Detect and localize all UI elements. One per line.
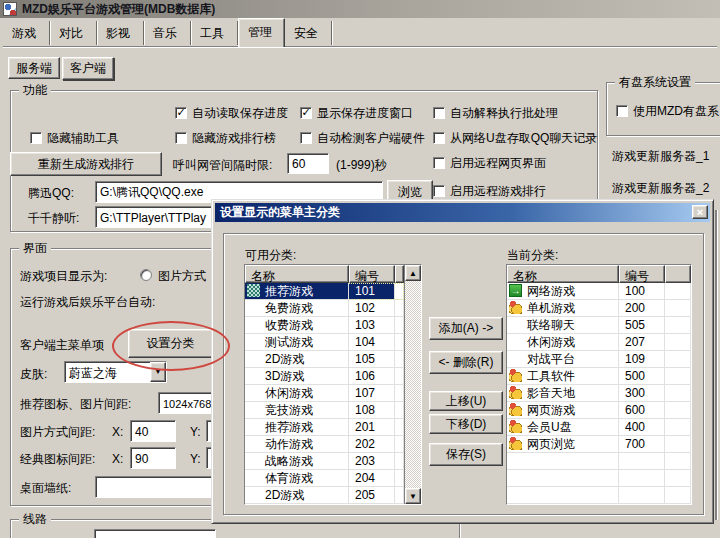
available-category-row[interactable]: 休闲游戏107	[245, 385, 404, 402]
sub-tab-2[interactable]: 客户端	[62, 57, 114, 80]
available-category-row[interactable]: 免费游戏102	[245, 300, 404, 317]
cell-cname: 休闲游戏	[245, 385, 349, 402]
checkbox-auto-read-progress[interactable]: ✓ 自动读取保存进度	[175, 106, 288, 120]
available-category-row[interactable]: 竞技游戏108	[245, 402, 404, 419]
list-header: 名称 编号	[507, 265, 691, 283]
current-category-row[interactable]: 影音天地300	[507, 385, 691, 402]
available-category-row[interactable]: 2D游戏205	[245, 487, 404, 504]
checkbox-show-progress-window[interactable]: ✓ 显示保存进度窗口	[300, 106, 413, 120]
group-disk-title: 有盘系统设置	[615, 75, 695, 89]
group-line-title: 线路	[19, 512, 51, 526]
available-category-row[interactable]: 测试游戏104	[245, 334, 404, 351]
column-header-id[interactable]: 编号	[619, 265, 665, 283]
remove-button[interactable]: <- 删除(R)	[429, 351, 503, 374]
checkbox-remote-rank[interactable]: 启用远程游戏排行	[433, 184, 546, 198]
cell-cid	[619, 487, 665, 504]
available-category-row[interactable]: 收费游戏103	[245, 317, 404, 334]
move-up-button[interactable]: 上移(U)	[429, 391, 503, 411]
joystick-icon	[509, 386, 522, 399]
cell-cfill	[395, 351, 404, 368]
checkbox-remote-web[interactable]: 启用远程网页界面	[433, 156, 546, 170]
available-category-row[interactable]: 2D游戏105	[245, 351, 404, 368]
available-category-row[interactable]: 动作游戏202	[245, 436, 404, 453]
available-categories-label: 可用分类:	[245, 248, 296, 262]
available-category-row[interactable]: 3D游戏106	[245, 368, 404, 385]
menu-tabs: 游戏对比影视音乐工具管理安全	[3, 21, 717, 47]
cell-cname: 休闲游戏	[507, 334, 619, 351]
column-header-id[interactable]: 编号	[349, 265, 395, 283]
classic-x-label: X:	[112, 452, 123, 466]
current-category-row[interactable]: 对战平台109	[507, 351, 691, 368]
menu-tab-7[interactable]: 安全	[285, 21, 332, 45]
list-header: 名称 编号	[245, 265, 404, 283]
checkbox-detect-hardware[interactable]: 自动检测客户端硬件	[300, 131, 425, 145]
group-functions-title: 功能	[19, 83, 51, 97]
interval-suffix: (1-999)秒	[336, 158, 387, 172]
cell-cfill	[665, 351, 691, 368]
checkbox-qq-udisk[interactable]: 从网络U盘存取QQ聊天记录	[433, 131, 597, 145]
dialog-titlebar[interactable]: 设置显示的菜单主分类 ×	[215, 203, 710, 222]
cell-cfill	[395, 419, 404, 436]
interval-label: 呼叫网管间隔时限:	[173, 158, 272, 172]
current-categories-list[interactable]: 名称 编号 →网络游戏100单机游戏200联络聊天505休闲游戏207对战平台1…	[506, 264, 692, 505]
menu-tab-5[interactable]: 工具	[191, 21, 238, 45]
current-category-row[interactable]: 联络聊天505	[507, 317, 691, 334]
menu-tab-4[interactable]: 音乐	[144, 21, 191, 45]
current-category-row[interactable]: 网页浏览700	[507, 436, 691, 453]
scroll-down-icon[interactable]: ▼	[405, 488, 421, 504]
cell-cfill	[665, 385, 691, 402]
move-down-button[interactable]: 下移(D)	[429, 414, 503, 434]
cell-cname: 影音天地	[507, 385, 619, 402]
pic-x-input[interactable]	[130, 420, 176, 442]
cell-cfill	[665, 470, 691, 487]
checkbox-hide-rank[interactable]: 隐藏游戏排行榜	[175, 131, 276, 145]
scroll-up-icon[interactable]: ▲	[405, 265, 421, 281]
cell-cid: 101	[349, 283, 395, 300]
menu-tab-2[interactable]: 对比	[50, 21, 97, 45]
column-header-name[interactable]: 名称	[245, 265, 349, 283]
available-category-row[interactable]: 推荐游戏201	[245, 419, 404, 436]
add-button[interactable]: 添加(A) ->	[429, 317, 503, 340]
menu-tab-6[interactable]: 管理	[238, 18, 285, 47]
checkbox-auto-batch[interactable]: 自动解释执行批处理	[433, 106, 558, 120]
checkbox-box	[616, 105, 628, 117]
column-header-filler	[395, 265, 404, 283]
current-category-row[interactable]: 会员U盘400	[507, 419, 691, 436]
cell-cfill	[665, 419, 691, 436]
cell-cid: 203	[349, 453, 395, 470]
current-category-row[interactable]: 工具软件500	[507, 368, 691, 385]
checkbox-box	[175, 132, 187, 144]
available-category-row[interactable]: 战略游戏203	[245, 453, 404, 470]
current-category-row[interactable]: 休闲游戏207	[507, 334, 691, 351]
wallpaper-input[interactable]	[95, 476, 230, 498]
classic-x-input[interactable]	[130, 447, 176, 469]
interval-input[interactable]	[287, 153, 329, 174]
checkbox-box: ✓	[175, 107, 187, 119]
cell-cfill	[395, 300, 404, 317]
checkbox-box	[300, 132, 312, 144]
available-categories-list[interactable]: 名称 编号 推荐游戏101免费游戏102收费游戏103测试游戏1042D游戏10…	[244, 264, 422, 505]
radio-picture-mode[interactable]	[140, 269, 152, 281]
cell-cname: 推荐游戏	[245, 283, 349, 300]
available-category-row[interactable]: 体育游戏204	[245, 470, 404, 487]
checkbox-use-mzd-disk[interactable]: 使用MZD有盘系	[616, 104, 720, 118]
current-category-row[interactable]: 网页游戏600	[507, 402, 691, 419]
close-icon[interactable]: ×	[692, 205, 708, 219]
menu-tab-1[interactable]: 游戏	[3, 21, 50, 45]
available-list-scrollbar[interactable]: ▲ ▼	[404, 265, 421, 504]
display-mode-label: 游戏项目显示为:	[20, 269, 107, 283]
menu-tab-3[interactable]: 影视	[97, 21, 144, 45]
save-button[interactable]: 保存(S)	[429, 443, 503, 466]
line-partial-input[interactable]	[94, 529, 216, 538]
column-header-name[interactable]: 名称	[507, 265, 619, 283]
joystick-icon	[509, 420, 522, 433]
cell-cname: 工具软件	[507, 368, 619, 385]
sub-tab-1[interactable]: 服务端	[8, 57, 60, 79]
cell-cname: 对战平台	[507, 351, 619, 368]
current-category-row[interactable]: 单机游戏200	[507, 300, 691, 317]
current-category-row[interactable]: →网络游戏100	[507, 283, 691, 300]
cell-cid	[619, 470, 665, 487]
available-category-row[interactable]: 推荐游戏101	[245, 283, 404, 300]
regenerate-rank-button[interactable]: 重新生成游戏排行	[10, 152, 162, 176]
checkbox-hide-tools[interactable]: 隐藏辅助工具	[30, 131, 119, 145]
